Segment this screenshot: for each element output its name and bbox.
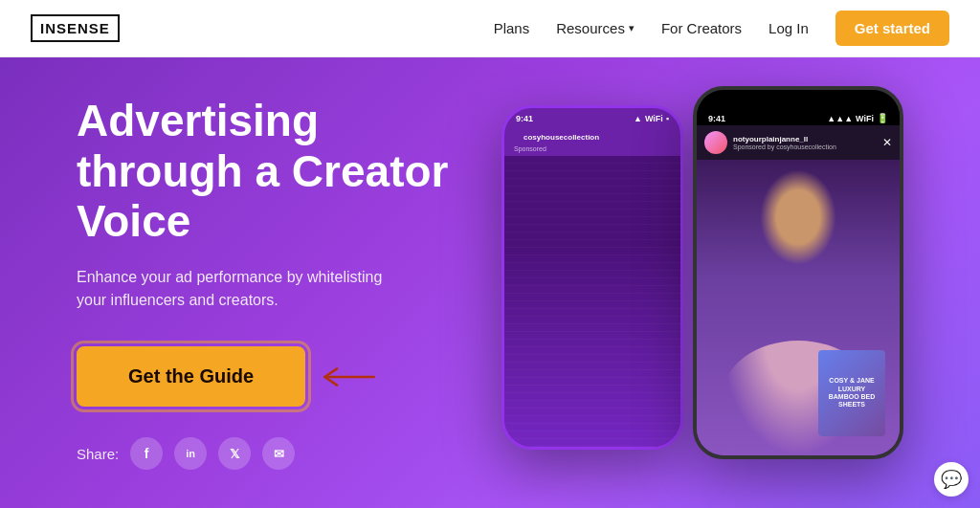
phone-front-time: 9:41: [708, 114, 725, 123]
phone-front: 9:41 ▲▲▲ WiFi 🔋 notyourplainjanne_ll Spo…: [693, 86, 903, 459]
twitter-share-button[interactable]: 𝕏: [218, 437, 251, 470]
story-info: notyourplainjanne_ll Sponsored by cosyho…: [727, 135, 882, 150]
hero-section: Advertising through a Creator Voice Enha…: [0, 57, 980, 508]
get-guide-button[interactable]: Get the Guide: [77, 346, 305, 407]
phone-front-notch: [697, 90, 900, 107]
phone-back-sponsored: Sponsored: [514, 145, 671, 152]
story-avatar: [704, 131, 727, 154]
person-face: [760, 169, 836, 265]
phones-wrapper: 9:41 ▲ WiFi ▪ cosyhousecollection Sponso…: [444, 77, 923, 497]
phone-back-header: cosyhousecollection Sponsored: [504, 125, 680, 156]
phone-front-icons: ▲▲▲ WiFi 🔋: [827, 113, 888, 123]
hero-subtitle: Enhance your ad performance by whitelist…: [77, 266, 402, 312]
phone-front-screen: notyourplainjanne_ll Sponsored by cosyho…: [697, 125, 900, 455]
story-sponsored: Sponsored by cosyhousecollection: [733, 144, 882, 150]
share-row: Share: f in 𝕏 ✉: [77, 437, 459, 470]
phone-back-visual: [504, 156, 680, 447]
nav-links: Plans Resources ▾ For Creators Log In Ge…: [494, 11, 949, 46]
phone-front-status-bar: 9:41 ▲▲▲ WiFi 🔋: [697, 107, 900, 125]
phone-back-time: 9:41: [516, 114, 533, 123]
nav-plans[interactable]: Plans: [494, 20, 530, 36]
nav-for-creators[interactable]: For Creators: [661, 20, 742, 36]
brand-logo: INSENSE: [31, 14, 120, 42]
phone-back-username: cosyhousecollection: [514, 129, 671, 145]
facebook-share-button[interactable]: f: [130, 437, 163, 470]
nav-resources[interactable]: Resources ▾: [556, 20, 635, 36]
arrow-icon: [321, 363, 378, 391]
story-content: COSY & JANE LUXURY BAMBOO BED SHEETS: [697, 160, 900, 455]
story-close-icon: ✕: [882, 136, 892, 149]
share-label: Share:: [77, 446, 119, 462]
chevron-down-icon: ▾: [629, 22, 635, 34]
email-share-button[interactable]: ✉: [262, 437, 295, 470]
hero-content: Advertising through a Creator Voice Enha…: [0, 96, 459, 471]
phone-back-status-bar: 9:41 ▲ WiFi ▪: [504, 108, 680, 125]
chat-bubble-button[interactable]: 💬: [934, 462, 969, 497]
product-box: COSY & JANE LUXURY BAMBOO BED SHEETS: [818, 350, 885, 436]
notch: [769, 94, 827, 103]
linkedin-share-button[interactable]: in: [174, 437, 207, 470]
phone-back: 9:41 ▲ WiFi ▪ cosyhousecollection Sponso…: [501, 105, 683, 450]
chat-icon: 💬: [941, 469, 962, 490]
navbar: INSENSE Plans Resources ▾ For Creators L…: [0, 0, 980, 57]
story-username: notyourplainjanne_ll: [733, 135, 882, 144]
hero-title: Advertising through a Creator Voice: [77, 96, 459, 248]
story-header: notyourplainjanne_ll Sponsored by cosyho…: [697, 125, 900, 160]
get-started-button[interactable]: Get started: [835, 11, 949, 46]
phone-back-status-icons: ▲ WiFi ▪: [634, 114, 669, 123]
nav-login[interactable]: Log In: [768, 20, 809, 36]
